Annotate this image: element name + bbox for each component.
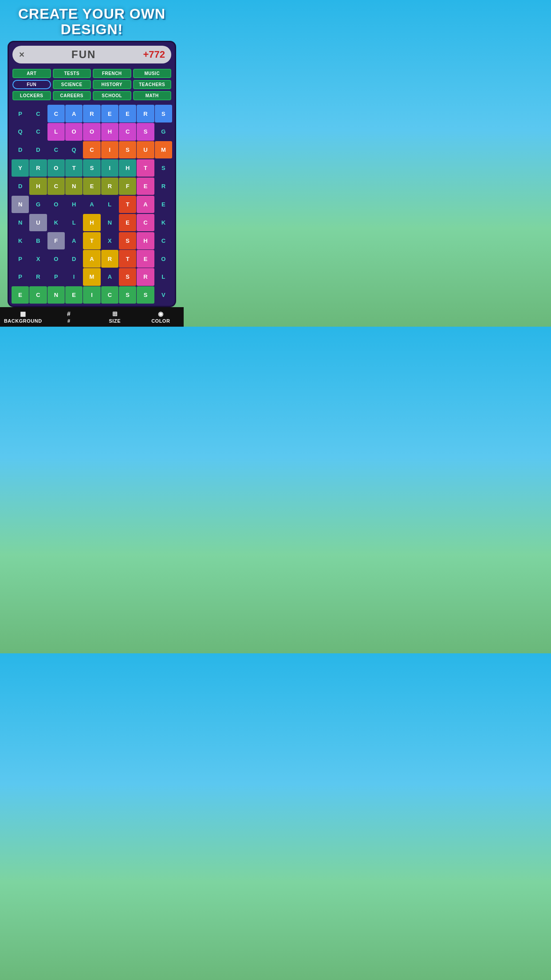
grid-cell[interactable]: O <box>65 123 83 140</box>
grid-cell[interactable]: A <box>83 196 100 213</box>
grid-cell[interactable]: R <box>101 178 118 195</box>
grid-cell[interactable]: Q <box>12 123 29 140</box>
grid-cell[interactable]: R <box>137 268 154 285</box>
background-button[interactable]: ▦ BACKGROUND <box>0 307 46 327</box>
grid-cell[interactable]: C <box>29 286 47 304</box>
grid-cell[interactable]: S <box>119 232 136 249</box>
grid-cell[interactable]: S <box>119 268 136 285</box>
grid-cell[interactable]: A <box>65 105 83 122</box>
chip-french[interactable]: FRENCH <box>93 69 131 78</box>
grid-cell[interactable]: P <box>12 268 29 285</box>
grid-cell[interactable]: H <box>137 232 154 249</box>
grid-cell[interactable]: E <box>101 105 118 122</box>
close-button[interactable]: ✕ <box>19 51 24 59</box>
grid-cell[interactable]: S <box>137 286 154 304</box>
grid-cell[interactable]: H <box>101 123 118 140</box>
chip-music[interactable]: MUSIC <box>133 69 172 78</box>
chip-art[interactable]: ART <box>12 69 51 78</box>
grid-cell[interactable]: E <box>65 286 83 304</box>
grid-cell[interactable]: C <box>119 123 136 140</box>
grid-cell[interactable]: E <box>119 214 136 231</box>
chip-tests[interactable]: TESTS <box>53 69 91 78</box>
grid-cell[interactable]: X <box>101 232 118 249</box>
grid-cell[interactable]: Q <box>65 141 83 158</box>
chip-history[interactable]: HISTORY <box>93 80 131 89</box>
size-button[interactable]: ⊞ SIZE <box>92 307 138 327</box>
grid-cell[interactable]: O <box>47 250 65 267</box>
grid-cell[interactable]: O <box>47 196 65 213</box>
grid-cell[interactable]: P <box>12 105 29 122</box>
grid-cell[interactable]: N <box>47 286 65 304</box>
grid-cell[interactable]: Y <box>12 159 29 177</box>
grid-cell[interactable]: C <box>47 105 65 122</box>
grid-cell[interactable]: I <box>83 286 100 304</box>
grid-cell[interactable]: M <box>155 141 172 158</box>
grid-cell[interactable]: G <box>155 123 172 140</box>
grid-cell[interactable]: M <box>83 268 100 285</box>
grid-cell[interactable]: T <box>137 159 154 177</box>
grid-cell[interactable]: C <box>29 105 47 122</box>
grid-cell[interactable]: O <box>155 250 172 267</box>
grid-cell[interactable]: C <box>101 286 118 304</box>
grid-cell[interactable]: A <box>65 232 83 249</box>
grid-cell[interactable]: F <box>119 178 136 195</box>
grid-cell[interactable]: D <box>12 178 29 195</box>
chip-lockers[interactable]: LOCKERS <box>12 91 51 100</box>
grid-cell[interactable]: S <box>119 286 136 304</box>
grid-cell[interactable]: T <box>83 232 100 249</box>
grid-cell[interactable]: A <box>101 268 118 285</box>
grid-cell[interactable]: X <box>29 250 47 267</box>
chip-careers[interactable]: CAREERS <box>53 91 91 100</box>
grid-cell[interactable]: D <box>29 141 47 158</box>
chip-science[interactable]: SCIENCE <box>53 80 91 89</box>
grid-cell[interactable]: B <box>29 232 47 249</box>
grid-cell[interactable]: L <box>65 214 83 231</box>
grid-cell[interactable]: C <box>47 178 65 195</box>
grid-cell[interactable]: A <box>137 196 154 213</box>
grid-cell[interactable]: H <box>29 178 47 195</box>
grid-cell[interactable]: H <box>83 214 100 231</box>
grid-cell[interactable]: H <box>65 196 83 213</box>
grid-cell[interactable]: O <box>47 159 65 177</box>
chip-school[interactable]: SCHOOL <box>93 91 131 100</box>
hash-button[interactable]: # # <box>46 307 92 327</box>
grid-cell[interactable]: R <box>101 250 118 267</box>
grid-cell[interactable]: E <box>119 105 136 122</box>
color-button[interactable]: ◉ COLOR <box>138 307 184 327</box>
grid-cell[interactable]: P <box>47 268 65 285</box>
grid-cell[interactable]: S <box>119 141 136 158</box>
grid-cell[interactable]: S <box>83 159 100 177</box>
grid-cell[interactable]: H <box>119 159 136 177</box>
grid-cell[interactable]: S <box>155 159 172 177</box>
grid-cell[interactable]: D <box>65 250 83 267</box>
grid-cell[interactable]: T <box>119 250 136 267</box>
grid-cell[interactable]: K <box>155 214 172 231</box>
grid-cell[interactable]: T <box>65 159 83 177</box>
grid-cell[interactable]: I <box>101 141 118 158</box>
grid-cell[interactable]: E <box>137 178 154 195</box>
chip-fun[interactable]: FUN <box>12 80 51 89</box>
grid-cell[interactable]: R <box>137 105 154 122</box>
grid-cell[interactable]: E <box>83 178 100 195</box>
grid-cell[interactable]: E <box>12 286 29 304</box>
grid-cell[interactable]: S <box>155 105 172 122</box>
grid-cell[interactable]: I <box>101 159 118 177</box>
grid-cell[interactable]: A <box>83 250 100 267</box>
grid-cell[interactable]: U <box>29 214 47 231</box>
grid-cell[interactable]: C <box>137 214 154 231</box>
grid-cell[interactable]: S <box>137 123 154 140</box>
grid-cell[interactable]: R <box>155 178 172 195</box>
grid-cell[interactable]: C <box>29 123 47 140</box>
chip-math[interactable]: MATH <box>133 91 172 100</box>
grid-cell[interactable]: V <box>155 286 172 304</box>
grid-cell[interactable]: L <box>155 268 172 285</box>
grid-cell[interactable]: T <box>119 196 136 213</box>
grid-cell[interactable]: F <box>47 232 65 249</box>
grid-cell[interactable]: R <box>29 159 47 177</box>
grid-cell[interactable]: O <box>83 123 100 140</box>
grid-cell[interactable]: E <box>137 250 154 267</box>
grid-cell[interactable]: R <box>83 105 100 122</box>
grid-cell[interactable]: R <box>29 268 47 285</box>
grid-cell[interactable]: L <box>101 196 118 213</box>
grid-cell[interactable]: E <box>155 196 172 213</box>
